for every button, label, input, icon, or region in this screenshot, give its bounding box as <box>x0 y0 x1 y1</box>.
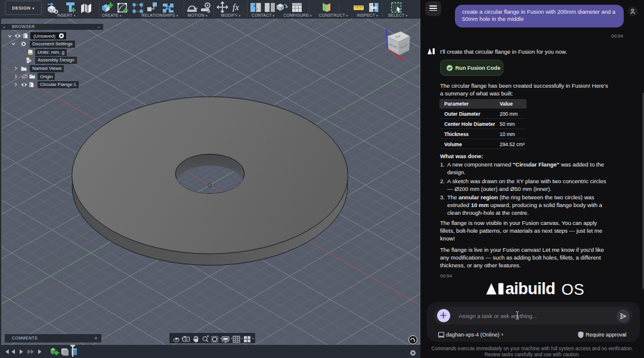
svg-text:fx: fx <box>233 2 239 12</box>
